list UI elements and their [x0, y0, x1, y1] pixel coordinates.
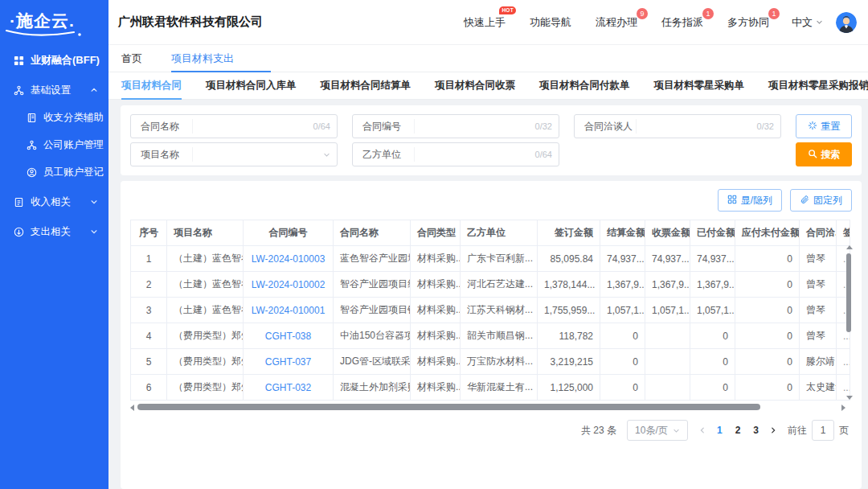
column-header-11[interactable]: 合同洽... — [800, 220, 837, 246]
top-nav-item-3[interactable]: 任务指派1 — [661, 15, 703, 30]
filter-field-input[interactable] — [192, 147, 323, 162]
sidebar-item-1[interactable]: 基础设置 — [0, 76, 108, 104]
subtab-1[interactable]: 项目材料合同入库单 — [206, 72, 297, 99]
contract-number-link[interactable]: LW-2024-010001 — [244, 298, 334, 323]
table-cell: 混凝土外加剂采购合... — [334, 375, 411, 401]
page-number-1[interactable]: 1 — [717, 425, 723, 436]
search-button[interactable]: 搜索 — [796, 142, 852, 166]
column-header-3[interactable]: 合同名称 — [334, 220, 411, 246]
top-nav-label: 功能导航 — [530, 16, 571, 28]
page-size-select[interactable]: 10条/页 — [627, 420, 688, 441]
filter-row-1: 合同名称0/64合同编号0/32合同洽谈人0/32 重置 — [130, 114, 852, 138]
filter-field-input[interactable] — [414, 119, 535, 134]
filter-field-4[interactable]: 乙方单位0/64 — [352, 142, 559, 166]
fix-columns-button[interactable]: 固定列 — [790, 189, 852, 212]
vertical-scroll-thumb[interactable] — [846, 253, 851, 332]
prev-page-button[interactable] — [698, 426, 706, 434]
sidebar-item-2[interactable]: 收支分类辅助 — [0, 104, 108, 131]
table-row[interactable]: 6（费用类型）郑州冬...CGHT-032混凝土外加剂采购合...材料采购...… — [131, 375, 850, 401]
table-row[interactable]: 5（费用类型）郑州冬...CGHT-037JDG管-区域联采采购...材料采购.… — [131, 349, 850, 375]
scroll-down-arrow[interactable] — [846, 396, 853, 400]
page-number-3[interactable]: 3 — [753, 425, 759, 436]
table-row[interactable]: 1（土建）蓝色智谷产...LW-2024-010003蓝色智谷产业园地砖...材… — [131, 246, 850, 272]
table-cell: 曾琴 — [800, 272, 837, 298]
table-row[interactable]: 3（土建）蓝色智谷产...LW-2024-010001智谷产业园项目钢材...材… — [131, 298, 850, 323]
chevron-up-icon — [90, 85, 98, 97]
tab-0[interactable]: 首页 — [121, 45, 142, 72]
table-cell: 曾琴 — [800, 246, 837, 272]
page-size-value: 10条/页 — [635, 424, 668, 438]
table-cell: 74,937... — [600, 246, 645, 272]
column-header-6[interactable]: 签订金额 — [538, 220, 600, 246]
filter-field-1[interactable]: 合同编号0/32 — [352, 114, 559, 138]
tab-1[interactable]: 项目材料支出 — [171, 45, 271, 72]
contract-number-link[interactable]: LW-2024-010003 — [244, 246, 334, 272]
contract-number-link[interactable]: CGHT-032 — [244, 375, 334, 401]
horizontal-scrollbar[interactable] — [130, 403, 852, 413]
page-number-2[interactable]: 2 — [735, 425, 741, 436]
search-icon — [808, 149, 817, 161]
reset-button[interactable]: 重置 — [796, 114, 852, 138]
column-header-12[interactable]: 签... — [837, 220, 850, 246]
column-header-10[interactable]: 应付未付金额 — [735, 220, 800, 246]
column-header-7[interactable]: 结算金额 — [600, 220, 645, 246]
top-nav-item-4[interactable]: 多方协同1 — [727, 15, 769, 30]
filter-field-3[interactable]: 项目名称 — [130, 142, 338, 166]
filter-field-2[interactable]: 合同洽谈人0/32 — [574, 114, 781, 138]
table-cell: 华新混凝土有... — [461, 375, 538, 401]
subtab-6[interactable]: 项目材料零星采购报销单 — [768, 72, 868, 99]
sidebar-item-6[interactable]: 支出相关 — [0, 218, 108, 245]
column-header-5[interactable]: 乙方单位 — [461, 220, 538, 246]
contract-number-link[interactable]: CGHT-037 — [244, 349, 334, 375]
table-cell: 118,782 — [538, 323, 600, 349]
subtab-4[interactable]: 项目材料合同付款单 — [539, 72, 630, 99]
sidebar-item-4[interactable]: 员工账户登记 — [0, 158, 108, 186]
topbar: 广州联君软件科技有限公司 快速上手HOT功能导航流程办理9任务指派1多方协同1 … — [108, 0, 868, 45]
sidebar-item-0[interactable]: 业财融合(BFF) — [0, 47, 108, 74]
top-nav-item-0[interactable]: 快速上手HOT — [464, 15, 506, 30]
sidebar-item-label: 业财融合(BFF) — [31, 53, 100, 68]
scroll-right-arrow[interactable] — [841, 405, 845, 411]
column-header-0[interactable]: 序号 — [131, 220, 167, 246]
subtab-2[interactable]: 项目材料合同结算单 — [321, 72, 411, 99]
logo-swoosh-icon — [5, 27, 85, 39]
scroll-up-arrow[interactable] — [846, 245, 853, 249]
user-avatar[interactable] — [836, 12, 857, 33]
table-cell: 材料采购... — [411, 323, 461, 349]
goto-label: 前往 — [788, 424, 807, 438]
table-row[interactable]: 4（费用类型）郑州冬...CGHT-038中油150台容器项目...材料采购..… — [131, 323, 850, 349]
goto-page-input[interactable] — [812, 420, 834, 441]
hot-badge: HOT — [499, 6, 516, 15]
contract-number-link[interactable]: LW-2024-010002 — [244, 272, 334, 298]
column-header-1[interactable]: 项目名称 — [167, 220, 244, 246]
fix-columns-label: 固定列 — [813, 194, 842, 208]
sidebar: ·施企云. 业财融合(BFF)基础设置收支分类辅助公司账户管理员工账户登记收入相… — [0, 0, 108, 489]
table-row[interactable]: 2（土建）蓝色智谷产...LW-2024-010002智谷产业园项目结构...材… — [131, 272, 850, 298]
column-header-4[interactable]: 合同类型 — [411, 220, 461, 246]
top-nav-item-2[interactable]: 流程办理9 — [596, 15, 637, 30]
table-cell — [645, 375, 690, 401]
subtab-3[interactable]: 项目材料合同收票 — [435, 72, 515, 99]
show-hide-columns-button[interactable]: 显/隐列 — [718, 189, 782, 212]
language-switcher[interactable]: 中文 — [792, 15, 823, 30]
sidebar-item-5[interactable]: 收入相关 — [0, 188, 108, 216]
subtab-5[interactable]: 项目材料零星采购单 — [654, 72, 745, 99]
filter-field-input[interactable] — [636, 119, 757, 134]
contract-number-link[interactable]: CGHT-038 — [244, 323, 334, 349]
sidebar-item-3[interactable]: 公司账户管理 — [0, 131, 108, 158]
column-header-8[interactable]: 收票金额 — [645, 220, 690, 246]
column-header-2[interactable]: 合同编号 — [244, 220, 334, 246]
filter-field-0[interactable]: 合同名称0/64 — [130, 114, 338, 138]
scroll-left-arrow[interactable] — [130, 405, 134, 411]
top-nav-item-1[interactable]: 功能导航 — [530, 15, 571, 30]
table-cell: 江苏天科钢材... — [461, 298, 538, 323]
filter-field-input[interactable] — [414, 147, 535, 162]
table-cell: 河北石艺达建... — [461, 272, 538, 298]
reset-button-label: 重置 — [821, 120, 841, 134]
horizontal-scroll-thumb[interactable] — [137, 404, 760, 410]
filter-field-input[interactable] — [192, 119, 313, 134]
next-page-button[interactable] — [769, 426, 777, 434]
column-header-9[interactable]: 已付金额 — [690, 220, 735, 246]
vertical-scrollbar[interactable] — [845, 245, 852, 400]
subtab-0[interactable]: 项目材料合同 — [121, 72, 182, 99]
